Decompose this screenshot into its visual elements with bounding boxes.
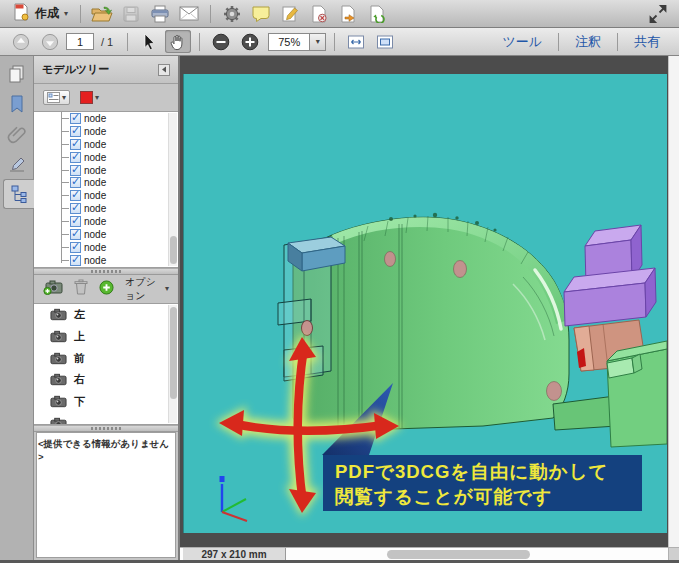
panel-splitter[interactable]	[34, 425, 178, 432]
email-button[interactable]	[176, 3, 202, 25]
fit-width-button[interactable]	[343, 31, 369, 53]
hand-icon	[169, 33, 187, 51]
node-checkbox[interactable]	[70, 255, 81, 266]
hand-tool-button[interactable]	[165, 30, 191, 53]
camera-icon	[50, 417, 67, 425]
add-button[interactable]	[99, 280, 114, 299]
tree-node-row[interactable]: node	[34, 176, 178, 189]
node-checkbox[interactable]	[70, 165, 81, 176]
node-checkbox[interactable]	[70, 229, 81, 240]
node-checkbox[interactable]	[70, 126, 81, 137]
view-row[interactable]: 左	[34, 304, 178, 326]
collapse-panel-button[interactable]	[158, 64, 170, 76]
plus-circle-icon	[99, 280, 114, 295]
views-scrollbar[interactable]	[168, 305, 177, 423]
top-toolbar: 作成 ▾	[0, 0, 679, 28]
options-menu-button[interactable]: オプション ▾	[125, 275, 169, 303]
highlight-color-button[interactable]: ▾	[80, 91, 99, 104]
attachments-panel-button[interactable]	[4, 122, 30, 146]
model-right-green-block	[607, 341, 667, 447]
tree-scrollbar[interactable]	[168, 113, 177, 266]
panel-links: ツール 注釈 共有	[491, 33, 671, 51]
fullscreen-icon	[649, 5, 667, 23]
nav-toolbar: / 1 75% ▾ ツール 注釈 共有	[0, 28, 679, 56]
tree-node-row[interactable]: node	[34, 228, 178, 241]
page-export-icon	[340, 5, 356, 23]
delete-view-button[interactable]	[74, 279, 88, 299]
previous-page-button[interactable]	[8, 31, 34, 53]
tree-node-row[interactable]: node	[34, 241, 178, 254]
chevron-down-icon[interactable]: ▾	[310, 33, 326, 51]
zoom-in-button[interactable]	[237, 31, 263, 53]
node-checkbox[interactable]	[70, 152, 81, 163]
view-row[interactable]: 右	[34, 369, 178, 391]
horizontal-scrollbar[interactable]	[387, 550, 530, 559]
panel-splitter[interactable]	[34, 268, 178, 275]
model-tree-panel-button[interactable]	[3, 179, 35, 209]
banner-line-2: 閲覧することが可能です	[335, 484, 642, 509]
divider	[127, 33, 128, 51]
paperclip-icon	[7, 124, 27, 144]
3d-canvas[interactable]: PDFで3DCGを自由に動かして 閲覧することが可能です	[183, 74, 667, 533]
create-button[interactable]: 作成 ▾	[8, 1, 72, 27]
tree-node-row[interactable]: node	[34, 164, 178, 177]
tree-node-row[interactable]: node	[34, 112, 178, 125]
vertical-scrollbar[interactable]	[668, 56, 679, 547]
save-icon	[122, 5, 140, 23]
view-row[interactable]: 上	[34, 326, 178, 348]
sticky-note-button[interactable]	[248, 3, 274, 25]
node-checkbox[interactable]	[70, 190, 81, 201]
select-tool-button[interactable]	[136, 30, 162, 53]
pages-panel-button[interactable]	[4, 62, 30, 86]
node-checkbox[interactable]	[70, 203, 81, 214]
tree-node-row[interactable]: node	[34, 215, 178, 228]
page-number-input[interactable]	[66, 33, 94, 50]
zoom-out-button[interactable]	[208, 31, 234, 53]
tree-node-row[interactable]: node	[34, 151, 178, 164]
document-viewport: PDFで3DCGを自由に動かして 閲覧することが可能です 297 x 210 m…	[180, 56, 679, 563]
bookmarks-panel-button[interactable]	[4, 92, 30, 116]
tree-node-row[interactable]: node	[34, 254, 178, 267]
page-delete-button[interactable]	[306, 3, 332, 25]
comments-link[interactable]: 注釈	[564, 33, 612, 51]
tree-node-row[interactable]: node	[34, 138, 178, 151]
sign-icon	[281, 5, 299, 23]
node-checkbox[interactable]	[70, 113, 81, 124]
tree-node-row[interactable]: node	[34, 125, 178, 138]
save-button[interactable]	[118, 3, 144, 25]
sign-button[interactable]	[277, 3, 303, 25]
divider	[199, 33, 200, 51]
zoom-level-select[interactable]: 75% ▾	[268, 33, 326, 51]
share-link[interactable]: 共有	[623, 33, 671, 51]
fullscreen-button[interactable]	[645, 3, 671, 25]
model-tree-list: node node node node node node node node …	[34, 111, 178, 268]
signatures-panel-button[interactable]	[4, 153, 30, 177]
open-folder-button[interactable]	[89, 3, 115, 25]
node-checkbox[interactable]	[70, 177, 81, 188]
node-checkbox[interactable]	[70, 216, 81, 227]
print-icon	[150, 5, 170, 23]
fit-page-button[interactable]	[372, 31, 398, 53]
pages-icon	[7, 64, 27, 84]
no-info-label: <提供できる情報がありません>	[38, 438, 169, 462]
create-view-button[interactable]	[43, 279, 63, 299]
sticky-note-icon	[251, 5, 271, 22]
page-export-button[interactable]	[335, 3, 361, 25]
divider	[334, 33, 335, 51]
print-button[interactable]	[147, 3, 173, 25]
gear-button[interactable]	[219, 3, 245, 25]
node-checkbox[interactable]	[70, 242, 81, 253]
tree-node-row[interactable]: node	[34, 189, 178, 202]
view-row[interactable]: 前	[34, 347, 178, 369]
view-row-partial[interactable]	[34, 412, 178, 425]
tree-node-row[interactable]: node	[34, 202, 178, 215]
divider	[210, 5, 211, 23]
tree-display-options-button[interactable]: ▾	[43, 90, 70, 105]
page-rotate-button[interactable]	[364, 3, 390, 25]
next-page-button[interactable]	[37, 31, 63, 53]
tools-link[interactable]: ツール	[491, 33, 553, 51]
camera-add-icon	[43, 279, 63, 295]
camera-icon	[50, 352, 67, 365]
node-checkbox[interactable]	[70, 139, 81, 150]
view-row[interactable]: 下	[34, 391, 178, 413]
